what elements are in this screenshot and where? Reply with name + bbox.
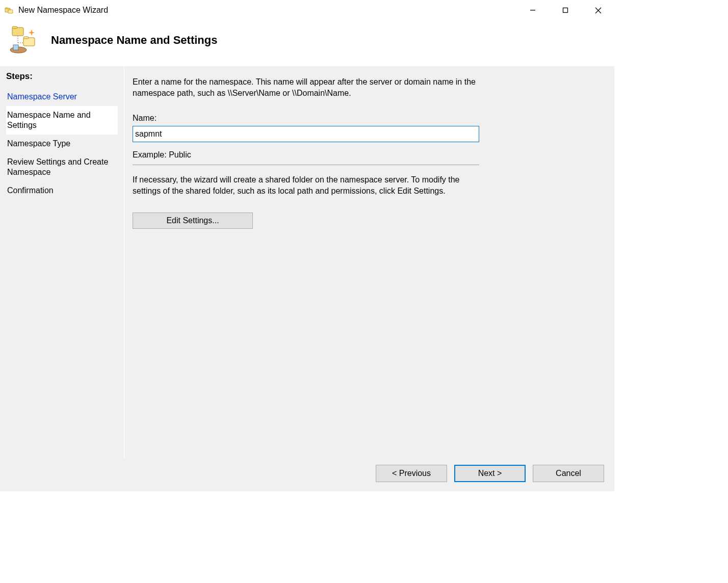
cancel-button[interactable]: Cancel [533, 465, 604, 482]
hint-text: If necessary, the wizard will create a s… [133, 174, 489, 196]
previous-button[interactable]: < Previous [376, 465, 447, 482]
description-text: Enter a name for the namespace. This nam… [133, 76, 489, 98]
maximize-button[interactable] [549, 0, 582, 20]
step-confirmation: Confirmation [6, 181, 118, 200]
window-title: New Namespace Wizard [18, 6, 516, 15]
wizard-header: Namespace Name and Settings [0, 20, 614, 66]
svg-rect-5 [563, 8, 568, 13]
svg-rect-16 [13, 45, 18, 50]
steps-sidebar: Steps: Namespace Server Namespace Name a… [0, 66, 124, 459]
next-button[interactable]: Next > [454, 465, 526, 482]
namespace-name-input[interactable] [133, 126, 479, 142]
svg-rect-14 [23, 37, 29, 39]
separator [133, 165, 479, 165]
step-namespace-name-settings[interactable]: Namespace Name and Settings [6, 106, 118, 135]
wizard-icon [9, 25, 39, 55]
step-namespace-type: Namespace Type [6, 135, 118, 153]
page-title: Namespace Name and Settings [51, 34, 217, 47]
example-text: Example: Public [133, 150, 602, 160]
svg-rect-3 [8, 9, 10, 10]
app-icon [4, 5, 14, 15]
edit-settings-button[interactable]: Edit Settings... [133, 213, 253, 229]
step-review-create: Review Settings and Create Namespace [6, 153, 118, 181]
titlebar: New Namespace Wizard [0, 0, 614, 20]
svg-marker-10 [29, 30, 35, 36]
steps-heading: Steps: [6, 71, 118, 82]
window-controls [516, 0, 614, 20]
svg-rect-1 [5, 8, 8, 9]
svg-rect-9 [12, 26, 17, 29]
wizard-footer: < Previous Next > Cancel [0, 459, 614, 491]
close-button[interactable] [582, 0, 614, 20]
minimize-button[interactable] [516, 0, 549, 20]
main-panel: Enter a name for the namespace. This nam… [124, 66, 614, 459]
name-label: Name: [133, 114, 602, 123]
step-namespace-server[interactable]: Namespace Server [6, 88, 118, 106]
